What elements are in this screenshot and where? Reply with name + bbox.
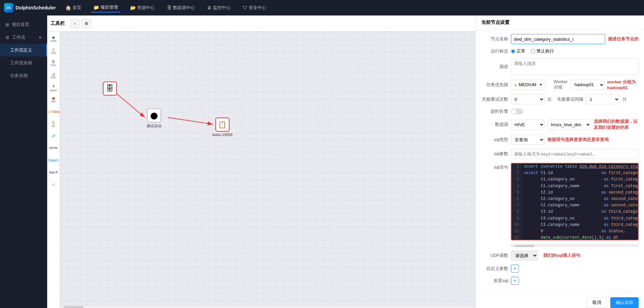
- workflow-canvas[interactable]: 💻 Shell 📋 Sub 🗄 Proc 📊 SQL ✦ Spark: [47, 32, 476, 308]
- tool-spark[interactable]: ✦ Spark: [48, 82, 59, 93]
- run-flag-row: 运行标志 正常 禁止执行: [481, 48, 639, 54]
- project-icon: 📁: [93, 5, 99, 10]
- sidebar-item-workflow-inst[interactable]: 工作流实例: [0, 57, 47, 69]
- timeout-row: 超时告警: [481, 108, 639, 114]
- nav-monitor[interactable]: 🖥 监控中心: [204, 3, 233, 12]
- task-priority-select[interactable]: ▲ MEDIUM ▼: [511, 80, 546, 90]
- description-label: 描述: [481, 64, 508, 70]
- sql-params-input[interactable]: [511, 149, 639, 159]
- datasource-icon: 🗄: [167, 5, 172, 10]
- nav-home[interactable]: 🏠 首页: [63, 3, 84, 12]
- sql-type-select[interactable]: 非查询: [511, 135, 545, 145]
- datasource-label: 数据源: [481, 122, 508, 128]
- tool-sub[interactable]: 📋 Sub: [48, 46, 59, 57]
- tool-sql[interactable]: 📊 SQL: [48, 70, 59, 81]
- fail-retry-unit: 次: [547, 96, 552, 102]
- nav-datasource[interactable]: 🗄 数据源中心: [164, 3, 197, 12]
- sql-type-annotation: 根据语句选择是查询还是非查询: [547, 137, 609, 143]
- timeout-label: 超时告警: [481, 108, 508, 114]
- worker-group-select[interactable]: hadoop01: [571, 80, 605, 90]
- custom-params-label: 自定义参数: [481, 266, 508, 272]
- code-line-10: 10 t3.category_name as third_category_na…: [512, 222, 638, 228]
- project-home-icon: ⊞: [5, 22, 9, 27]
- cancel-button[interactable]: 取消: [587, 297, 607, 308]
- run-flag-normal[interactable]: 正常: [511, 48, 525, 54]
- main-layout: ⊞ 项目首页 ⚙ 工作流 ▼ 工作流定义 工作流实例 任务实例 工具栏 ‹ ⚙: [0, 15, 644, 308]
- tool-shell[interactable]: 💻 Shell: [48, 34, 59, 44]
- tool-datax[interactable]: DataX: [48, 155, 59, 166]
- udf-row: UDF函数 请选择 我们的sql插入语句: [481, 250, 639, 261]
- priority-row: 任务优先级 ▲ MEDIUM ▼ Worker分组 hadoop01 worke…: [481, 79, 639, 90]
- top-navigation: DS DolphinScheduler 🏠 首页 📁 项目管理 📂 资源中心 🗄…: [0, 0, 644, 15]
- timeout-toggle[interactable]: [511, 108, 523, 114]
- sidebar-item-workflow-def[interactable]: 工作流定义: [0, 44, 47, 57]
- udf-select[interactable]: 请选择: [511, 250, 538, 261]
- datasource-type-select[interactable]: HIVE: [511, 119, 545, 130]
- tool-http[interactable]: HTTP: [48, 143, 59, 153]
- panel-content: 节点名称 描述任务节点的 运行标志 正常 禁止执行: [476, 30, 644, 293]
- run-flag-disabled[interactable]: 禁止执行: [531, 48, 554, 54]
- sql-statement-label: sql语句: [481, 163, 508, 170]
- code-line-9: 9 t3.category_no as third_category_no,: [512, 215, 638, 222]
- node-label-task: tasks-19059: [212, 133, 233, 137]
- sidebar-item-workflow[interactable]: ⚙ 工作流 ▼: [0, 31, 47, 44]
- canvas-node-start[interactable]: ⬤ 测试启动: [147, 108, 161, 129]
- right-panel: 当前节点设置 节点名称 描述任务节点的 运行标志 正常 禁止执行: [476, 15, 644, 308]
- code-scrollbar-x[interactable]: [511, 244, 639, 247]
- fail-retry-select[interactable]: 0: [511, 94, 545, 104]
- settings-button[interactable]: ⚙: [82, 19, 91, 28]
- toolbar-title: 工具栏: [51, 21, 65, 27]
- monitor-icon: 🖥: [207, 5, 212, 10]
- priority-arrow-icon: ▲: [514, 83, 517, 87]
- fail-retry-interval-unit: 分: [622, 96, 627, 102]
- node-icon-left: 🗄: [103, 81, 117, 96]
- node-name-label: 节点名称: [481, 36, 508, 42]
- description-row: 描述: [481, 58, 639, 75]
- tool-python[interactable]: 🐍 py: [48, 118, 59, 129]
- nav-resource[interactable]: 📂 资源中心: [127, 3, 157, 12]
- sql-type-label: sql类型: [481, 137, 508, 143]
- tool-flink[interactable]: ⚡Flink: [48, 106, 59, 117]
- sql-params-row: sql参数: [481, 149, 639, 159]
- panel-footer: 取消 确认添加: [476, 293, 644, 308]
- run-flag-group: 正常 禁止执行: [511, 48, 554, 54]
- node-icon-start: ⬤: [147, 108, 161, 123]
- code-line-7: 7 t2.category_name as second_category_na…: [512, 202, 638, 209]
- node-name-annotation: 描述任务节点的: [608, 36, 639, 42]
- run-flag-label: 运行标志: [481, 48, 508, 54]
- add-custom-param-button[interactable]: +: [511, 265, 519, 273]
- node-name-input[interactable]: [511, 34, 605, 44]
- tool-sqoop[interactable]: Sqo:P: [48, 167, 59, 178]
- code-line-6: 6 t2.category_no as second_category_no,: [512, 196, 638, 202]
- sql-type-row: sql类型 非查询 根据语句选择是查询还是非查询: [481, 135, 639, 145]
- node-label-start: 测试启动: [147, 124, 161, 129]
- canvas-node-left[interactable]: 🗄: [103, 81, 117, 96]
- app-logo: DS DolphinScheduler: [4, 3, 56, 12]
- description-input[interactable]: [511, 58, 639, 75]
- tool-dependent[interactable]: 🔗: [48, 131, 59, 141]
- sql-editor[interactable]: 1 insert overwrite table dim.dwd_dim_cat…: [511, 163, 639, 240]
- sidebar-item-project-home[interactable]: ⊞ 项目首页: [0, 18, 47, 31]
- tool-conditions[interactable]: ⑃: [48, 179, 59, 190]
- code-line-8: 8 t3.id as third_category_id,: [512, 209, 638, 215]
- fail-retry-interval-select[interactable]: 1: [586, 94, 620, 104]
- back-button[interactable]: ‹: [70, 19, 80, 28]
- workflow-icon: ⚙: [5, 35, 9, 40]
- nav-security[interactable]: 🛡 安全中心: [240, 3, 269, 12]
- tool-mr[interactable]: 📦 MR: [48, 94, 59, 105]
- sidebar-item-task-inst[interactable]: 任务实例: [0, 69, 47, 82]
- tool-palette: 💻 Shell 📋 Sub 🗄 Proc 📊 SQL ✦ Spark: [47, 32, 60, 308]
- confirm-button[interactable]: 确认添加: [610, 297, 639, 308]
- canvas-node-task[interactable]: 📋 tasks-19059: [212, 117, 233, 137]
- logo-icon: DS: [4, 3, 13, 12]
- nav-project[interactable]: 📁 项目管理: [91, 3, 121, 12]
- add-pre-sql-button[interactable]: +: [511, 277, 519, 285]
- priority-value: MEDIUM: [519, 82, 536, 87]
- canvas-scrollbar-x[interactable]: [60, 305, 476, 308]
- tool-procedure[interactable]: 🗄 Proc: [48, 58, 59, 69]
- resource-icon: 📂: [130, 5, 136, 10]
- worker-annotation: worker 分组为hadoop01: [607, 79, 639, 90]
- udf-annotation: 我们的sql插入语句: [543, 252, 580, 259]
- chevron-down-icon: ▼: [38, 36, 42, 39]
- datasource-name-select[interactable]: hmzx_hive_dim: [547, 119, 591, 130]
